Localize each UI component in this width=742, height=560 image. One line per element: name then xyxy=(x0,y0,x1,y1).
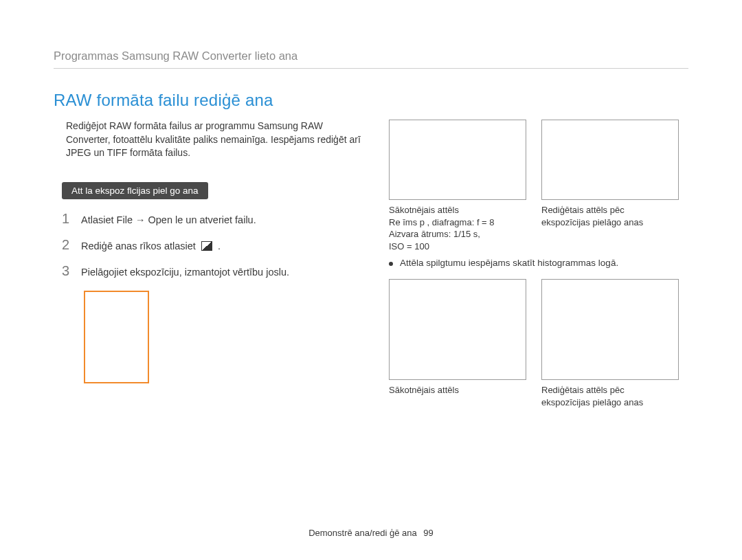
caption: Sākotnējais attēls Re īms p , diafragma:… xyxy=(389,204,526,252)
figure-edited-2: Rediģētais attēls pēc ekspozīcijas pielā… xyxy=(541,279,679,408)
image-placeholder xyxy=(389,120,526,200)
caption-line: Rediģētais attēls pēc xyxy=(541,205,625,215)
right-column: Sākotnējais attēls Re īms p , diafragma:… xyxy=(389,120,688,412)
step-suffix: Open le un atveriet failu. xyxy=(145,214,256,225)
step-suffix: . xyxy=(215,240,221,251)
caption: Rediģētais attēls pēc ekspozīcijas pielā… xyxy=(541,384,679,408)
figure-row-2: Sākotnējais attēls Rediģētais attēls pēc… xyxy=(389,279,688,408)
caption-line: Sākotnējais attēls xyxy=(389,385,459,395)
caption-line: Rediģētais attēls pēc xyxy=(541,385,625,395)
page-footer: Demonstrē ana/redi ģē ana 99 xyxy=(0,528,742,538)
image-placeholder xyxy=(541,279,679,380)
left-column: Rediģējot RAW formāta failus ar programm… xyxy=(54,120,364,412)
step-number: 3 xyxy=(62,264,81,278)
caption: Rediģētais attēls pēc ekspozīcijas pielā… xyxy=(541,204,679,228)
step-2: 2 Rediģē anas rīkos atlasiet . xyxy=(62,238,364,253)
caption-line: ekspozīcijas pielāgo anas xyxy=(541,217,643,227)
intro-paragraph: Rediģējot RAW formāta failus ar programm… xyxy=(54,120,364,160)
step-text: Atlasiet File → Open le un atveriet fail… xyxy=(81,213,256,227)
step-1: 1 Atlasiet File → Open le un atveriet fa… xyxy=(62,212,364,227)
step-3: 3 Pielāgojiet ekspozīciju, izmantojot vē… xyxy=(62,264,364,279)
page: Programmas Samsung RAW Converter lieto a… xyxy=(0,0,742,412)
step-text: Pielāgojiet ekspozīciju, izmantojot vērt… xyxy=(81,265,289,279)
figure-row-1: Sākotnējais attēls Re īms p , diafragma:… xyxy=(389,120,688,252)
columns: Rediģējot RAW formāta failus ar programm… xyxy=(54,120,688,412)
figure-original-1: Sākotnējais attēls Re īms p , diafragma:… xyxy=(389,120,526,252)
step-number: 1 xyxy=(62,212,81,225)
step-prefix: Rediģē anas rīkos atlasiet xyxy=(81,240,199,251)
caption: Sākotnējais attēls xyxy=(389,384,526,396)
exposure-icon xyxy=(201,241,212,251)
footer-text: Demonstrē ana/redi ģē ana xyxy=(308,528,417,538)
image-placeholder xyxy=(389,279,526,380)
subsection-badge: Att la ekspoz flcijas piel go ana xyxy=(62,182,208,199)
caption-line: Aizvara ātrums: 1/15 s, xyxy=(389,229,480,239)
caption-line: Re īms p , diafragma: f = 8 xyxy=(389,217,495,227)
step-list: 1 Atlasiet File → Open le un atveriet fa… xyxy=(62,212,364,280)
caption-line: Sākotnējais attēls xyxy=(389,205,459,215)
step-text: Rediģē anas rīkos atlasiet . xyxy=(81,239,221,253)
arrow-icon: → xyxy=(135,214,146,225)
bullet-note: Attēla spilgtumu iespējams skatīt histog… xyxy=(389,258,688,268)
caption-line: ekspozīcijas pielāgo anas xyxy=(541,397,643,407)
figure-edited-1: Rediģētais attēls pēc ekspozīcijas pielā… xyxy=(541,120,679,252)
step-number: 2 xyxy=(62,238,81,251)
step-prefix: Atlasiet File xyxy=(81,214,135,225)
bullet-text: Attēla spilgtumu iespējams skatīt histog… xyxy=(400,258,618,268)
figure-original-2: Sākotnējais attēls xyxy=(389,279,526,408)
caption-line: ISO = 100 xyxy=(389,241,429,251)
breadcrumb: Programmas Samsung RAW Converter lieto a… xyxy=(54,49,688,69)
step-prefix: Pielāgojiet ekspozīciju, izmantojot vērt… xyxy=(81,267,289,278)
highlight-box xyxy=(84,291,149,383)
bullet-icon xyxy=(389,262,393,266)
section-title: RAW formāta failu rediģē ana xyxy=(54,91,688,110)
image-placeholder xyxy=(541,120,679,200)
page-number: 99 xyxy=(423,528,433,538)
